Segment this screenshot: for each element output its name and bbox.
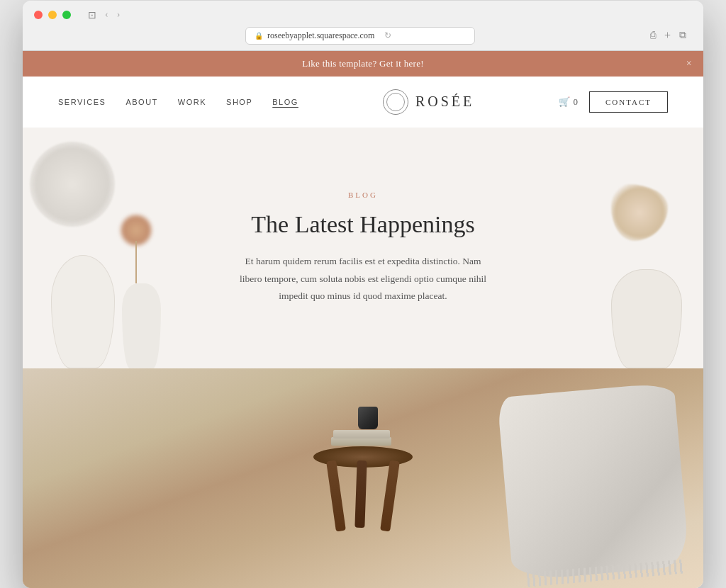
cart-button[interactable]: 🛒 0 [559, 96, 578, 108]
nav-item-about[interactable]: ABOUT [125, 98, 157, 106]
nav-item-shop[interactable]: SHOP [226, 98, 252, 106]
browser-chrome: ⊡ ‹ › 🔒 roseebyapplet.squarespace.com ↻ … [23, 1, 703, 51]
vase-right-1 [611, 269, 682, 368]
hero-label: BLOG [235, 191, 491, 199]
window-icon: ⊡ [88, 9, 96, 21]
contact-button[interactable]: CONTACT [589, 91, 668, 113]
nav-left: SERVICES ABOUT WORK SHOP BLOG [58, 98, 298, 106]
reload-icon[interactable]: ↻ [384, 30, 391, 41]
blanket-decor [497, 382, 690, 581]
hero-content: BLOG The Latest Happenings Et harum quid… [221, 162, 505, 334]
nav-item-work[interactable]: WORK [178, 98, 206, 106]
vase-1 [51, 255, 115, 368]
dried-right-bunch [611, 184, 668, 241]
nav-item-blog[interactable]: BLOG [272, 98, 298, 106]
stool-leg-right [380, 460, 400, 531]
copy-icon[interactable]: ⧉ [679, 30, 686, 41]
vase-2 [122, 283, 161, 368]
browser-controls: ⊡ ‹ › [34, 9, 692, 21]
banner-text: Like this template? Get it here! [302, 58, 424, 69]
minimize-dot[interactable] [48, 11, 57, 19]
cup-decor [358, 407, 378, 429]
lock-icon: 🔒 [255, 32, 263, 40]
address-bar-row: 🔒 roseebyapplet.squarespace.com ↻ ⎙ + ⧉ [34, 27, 692, 45]
new-tab-icon[interactable]: + [664, 29, 671, 42]
close-dot[interactable] [34, 11, 43, 19]
address-bar[interactable]: 🔒 roseebyapplet.squarespace.com ↻ [245, 27, 475, 45]
left-decor [23, 128, 250, 368]
flower-stem [135, 241, 137, 283]
hero-section: BLOG The Latest Happenings Et harum quid… [23, 128, 703, 368]
share-icon[interactable]: ⎙ [650, 30, 656, 41]
announcement-banner: Like this template? Get it here! × [23, 51, 703, 77]
nav-right: 🛒 0 CONTACT [559, 91, 668, 113]
dried-right [611, 184, 668, 269]
banner-close-button[interactable]: × [686, 58, 692, 69]
back-arrow-icon[interactable]: ‹ [105, 9, 108, 21]
browser-nav: ⊡ ‹ › [88, 9, 120, 21]
website-content: Like this template? Get it here! × SERVI… [23, 51, 703, 588]
nav-item-services[interactable]: SERVICES [58, 98, 106, 106]
main-nav: SERVICES ABOUT WORK SHOP BLOG ROSÉE 🛒 0 … [23, 77, 703, 128]
stool-decor [313, 446, 413, 531]
logo-text[interactable]: ROSÉE [415, 94, 474, 110]
room-scene [23, 368, 703, 588]
right-decor [526, 128, 703, 368]
nav-center-logo: ROSÉE [298, 89, 559, 115]
cart-icon-symbol: 🛒 [559, 96, 570, 108]
stool-leg-left [326, 460, 346, 531]
url-text: roseebyapplet.squarespace.com [267, 30, 374, 41]
dried-flowers-left [108, 213, 164, 283]
hero-title: The Latest Happenings [235, 210, 491, 239]
forward-arrow-icon[interactable]: › [117, 9, 121, 21]
logo-circle-icon [383, 89, 408, 115]
books-decor [331, 434, 395, 448]
browser-window: ⊡ ‹ › 🔒 roseebyapplet.squarespace.com ↻ … [23, 1, 703, 588]
stool-leg-center [354, 460, 367, 527]
blog-image-section [23, 368, 703, 588]
hydrangea-decoration [30, 142, 115, 227]
cart-count: 0 [573, 96, 578, 108]
hero-description: Et harum quidem rerum facilis est et exp… [235, 253, 491, 305]
maximize-dot[interactable] [62, 11, 71, 19]
book-2 [333, 430, 390, 439]
